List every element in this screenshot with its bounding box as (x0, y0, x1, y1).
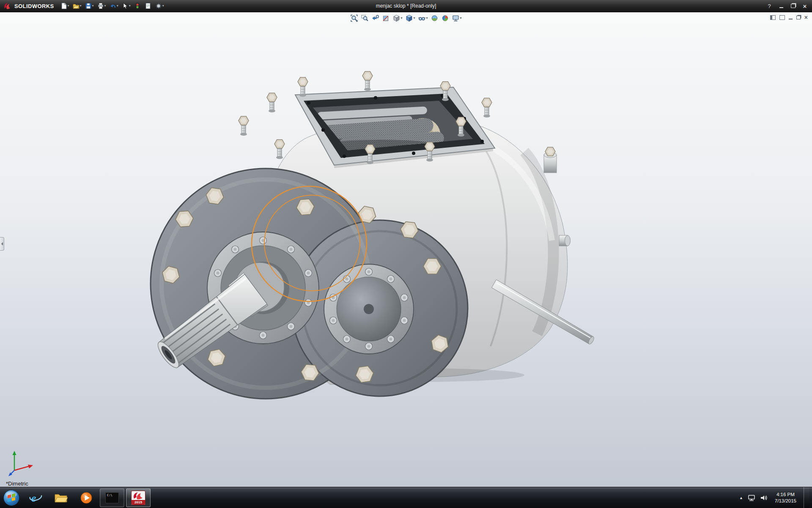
pane-right-button[interactable] (779, 15, 785, 20)
dropdown-caret: ▾ (162, 4, 164, 8)
output-bearing-boss[interactable] (324, 264, 414, 354)
graphics-area[interactable]: ▾ ▾ ▾ (0, 12, 812, 487)
section-view-button[interactable] (381, 14, 390, 22)
breather-boss[interactable] (544, 147, 557, 173)
apply-scene-icon (431, 14, 439, 22)
zoom-to-area-icon (361, 14, 368, 22)
print-button[interactable]: ▾ (96, 2, 107, 10)
glasses-icon (418, 14, 426, 22)
dropdown-caret: ▾ (104, 4, 106, 8)
window-title: menjac sklop * [Read-only] (376, 0, 436, 12)
taskbar-item-media-player[interactable] (74, 489, 98, 507)
display-style-icon (405, 14, 413, 22)
doc-restore-icon (796, 16, 801, 19)
save-icon (85, 3, 92, 9)
restore-button[interactable] (790, 3, 796, 9)
taskbar: e C:\ 2015 ▲ (0, 487, 812, 508)
pane-left-button[interactable] (770, 15, 776, 20)
gearbox-model[interactable] (0, 12, 812, 487)
print-icon (97, 3, 104, 9)
taskbar-clock[interactable]: 4:16 PM 7/13/2015 (772, 491, 799, 504)
clock-date: 7/13/2015 (775, 498, 796, 504)
zoom-to-fit-icon (350, 14, 358, 22)
window-controls: ? × (766, 3, 812, 9)
pane-left-icon (770, 15, 776, 20)
open-button[interactable]: ▾ (71, 2, 83, 10)
volume-icon[interactable] (760, 494, 768, 501)
brand-text: SOLIDWORKS (14, 3, 54, 9)
taskbar-item-solidworks[interactable]: 2015 (126, 489, 151, 507)
pane-right-icon (779, 15, 785, 20)
restore-icon (791, 4, 796, 8)
previous-view-button[interactable] (370, 14, 380, 22)
app-titlebar: SOLIDWORKS ▾ ▾ ▾ (0, 0, 812, 12)
select-cursor-icon (122, 3, 129, 9)
previous-view-icon (371, 14, 379, 22)
doc-close-button[interactable]: × (804, 14, 808, 20)
folder-icon (54, 492, 68, 503)
gear-icon (155, 3, 162, 9)
dropdown-caret: ▾ (426, 17, 428, 20)
zoom-to-area-button[interactable] (360, 14, 369, 22)
start-button[interactable] (0, 487, 23, 508)
zoom-to-fit-button[interactable] (349, 14, 359, 22)
dropdown-caret: ▾ (117, 4, 118, 8)
edit-appearance-icon (442, 14, 449, 22)
options-button[interactable]: ▾ (154, 2, 165, 10)
close-button[interactable]: × (802, 3, 808, 9)
solidworks-logo-icon (3, 2, 12, 10)
rebuild-button[interactable] (133, 2, 143, 10)
network-icon[interactable] (748, 494, 755, 501)
heads-up-toolbar: ▾ ▾ ▾ (349, 14, 462, 22)
view-orientation-icon (392, 14, 400, 22)
show-desktop-button[interactable] (804, 487, 809, 508)
new-document-button[interactable]: ▾ (59, 2, 71, 10)
rear-shaft-stub[interactable] (559, 235, 571, 246)
edit-appearance-button[interactable] (441, 14, 450, 22)
file-properties-button[interactable] (143, 2, 153, 10)
view-orientation-button[interactable]: ▾ (392, 14, 403, 22)
taskbar-item-file-explorer[interactable] (49, 489, 73, 507)
dropdown-caret: ▾ (413, 17, 415, 20)
view-settings-icon (452, 14, 460, 22)
doc-minimize-button[interactable] (789, 16, 793, 19)
solidworks-app-icon: 2015 (131, 491, 145, 505)
svg-text:e: e (31, 492, 36, 504)
dropdown-caret: ▾ (460, 17, 462, 20)
document-window-controls: × (770, 14, 808, 20)
new-document-icon (60, 3, 67, 9)
display-style-button[interactable]: ▾ (404, 14, 416, 22)
dropdown-caret: ▾ (129, 4, 131, 8)
dropdown-caret: ▾ (92, 4, 94, 8)
taskbar-item-command-prompt[interactable]: C:\ (100, 489, 124, 507)
file-properties-icon (145, 3, 151, 9)
undo-icon (110, 3, 116, 9)
solidworks-version-badge: 2015 (132, 500, 145, 505)
windows-start-icon (3, 489, 20, 506)
doc-restore-button[interactable] (796, 16, 801, 19)
main-toolbar: ▾ ▾ ▾ ▾ (59, 2, 165, 10)
media-player-icon (80, 491, 93, 504)
minimize-button[interactable] (778, 3, 784, 9)
dropdown-caret: ▾ (68, 4, 69, 8)
dropdown-caret: ▾ (401, 17, 402, 20)
rebuild-icon (134, 3, 141, 9)
view-orientation-label: *Dimetric (6, 480, 28, 487)
reference-triad (8, 448, 36, 476)
apply-scene-button[interactable] (430, 14, 439, 22)
command-prompt-icon: C:\ (105, 492, 119, 503)
view-settings-button[interactable]: ▾ (451, 14, 463, 22)
undo-button[interactable]: ▾ (108, 2, 120, 10)
dropdown-caret: ▾ (80, 4, 82, 8)
show-hidden-icons-button[interactable]: ▲ (739, 496, 743, 500)
doc-minimize-icon (789, 16, 793, 19)
open-icon (73, 3, 80, 9)
taskbar-item-internet-explorer[interactable]: e (24, 489, 47, 507)
save-button[interactable]: ▾ (84, 2, 95, 10)
clock-time: 4:16 PM (775, 491, 796, 498)
hide-show-items-button[interactable]: ▾ (417, 14, 429, 22)
select-button[interactable]: ▾ (121, 2, 132, 10)
help-button[interactable]: ? (766, 3, 772, 9)
minimize-icon (779, 4, 783, 8)
solidworks-menu-button[interactable]: SOLIDWORKS (0, 0, 59, 12)
